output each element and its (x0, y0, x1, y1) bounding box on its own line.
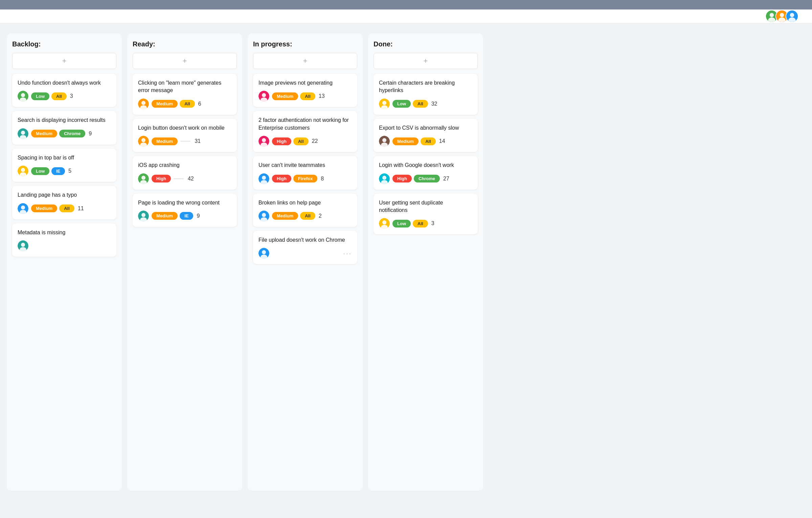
card-meta: MediumAll14 (379, 136, 472, 147)
priority-tag: Medium (272, 92, 298, 100)
card[interactable]: Login button doesn't work on mobileMediu… (133, 119, 237, 152)
card-count: 31 (195, 138, 201, 144)
card-avatar (18, 91, 28, 102)
card[interactable]: User getting sent duplicate notification… (374, 194, 478, 235)
card-meta (18, 240, 111, 251)
add-card-button-done[interactable]: + (374, 53, 478, 69)
card-count: 2 (319, 213, 322, 219)
card-avatar (379, 99, 390, 109)
platform-tag: All (300, 212, 315, 220)
card[interactable]: Landing page has a typoMediumAll11 (12, 186, 116, 219)
card-count: 11 (78, 206, 84, 212)
card-avatar (138, 173, 149, 184)
card[interactable]: User can't invite teammatesHighFirefox8 (253, 156, 357, 189)
card[interactable]: Certain characters are breaking hyperlin… (374, 74, 478, 115)
card-tags: MediumAll6 (152, 100, 231, 108)
card-meta: MediumAll11 (18, 203, 111, 214)
card-avatar (18, 240, 28, 251)
card-meta: ··· (258, 248, 352, 259)
add-card-button-inprogress[interactable]: + (253, 53, 357, 69)
column-inprogress: In progress:+Image previews not generati… (248, 34, 363, 491)
priority-tag: High (272, 137, 291, 145)
header-avatars (765, 10, 798, 23)
card[interactable]: Clicking on "learn more" generates error… (133, 74, 237, 115)
card-meta: High42 (138, 173, 231, 184)
svg-point-25 (141, 101, 145, 105)
card-count: 3 (70, 93, 73, 99)
svg-point-8 (788, 18, 795, 23)
svg-point-4 (780, 13, 784, 17)
add-card-button-backlog[interactable]: + (12, 53, 116, 69)
column-backlog: Backlog:+Undo function doesn't always wo… (7, 34, 122, 491)
card-avatar (18, 203, 28, 214)
priority-tag: Low (392, 220, 411, 228)
card[interactable]: Page is loading the wrong contentMediumI… (133, 194, 237, 227)
platform-tag: Chrome (59, 130, 85, 137)
card-title: 2 factor authentication not working for … (258, 116, 352, 132)
card-title: Broken links on help page (258, 199, 352, 207)
card-tags: LowAll3 (31, 92, 111, 100)
card-avatar (258, 91, 269, 102)
card[interactable]: Undo function doesn't always workLowAll3 (12, 74, 116, 107)
platform-tag: Chrome (414, 175, 440, 182)
card-title: Certain characters are breaking hyperlin… (379, 79, 472, 94)
column-header-inprogress: In progress: (253, 40, 357, 48)
card-count: 27 (443, 176, 449, 182)
card-tags: MediumAll13 (272, 92, 352, 100)
card-meta: LowAll32 (379, 99, 472, 109)
card-tags: MediumIE9 (152, 212, 231, 220)
svg-point-46 (262, 213, 266, 217)
card[interactable]: Export to CSV is abnormally slowMediumAl… (374, 119, 478, 152)
priority-tag: Medium (152, 212, 178, 220)
platform-tag: All (413, 100, 428, 108)
column-header-backlog: Backlog: (12, 40, 116, 48)
card-title: Metadata is missing (18, 229, 111, 236)
card-title: Image previews not generating (258, 79, 352, 87)
card-avatar (258, 211, 269, 221)
column-header-ready: Ready: (133, 40, 237, 48)
card[interactable]: Login with Google doesn't workHighChrome… (374, 156, 478, 189)
svg-point-31 (141, 176, 145, 180)
card[interactable]: iOS app crashingHigh42 (133, 156, 237, 189)
card[interactable]: Search is displaying incorrect resultsMe… (12, 111, 116, 144)
priority-tag: High (272, 175, 291, 182)
card[interactable]: Spacing in top bar is offLowIE5 (12, 149, 116, 182)
card-title: Page is loading the wrong content (138, 199, 231, 207)
card-meta: Medium31 (138, 136, 231, 147)
app-header (0, 9, 812, 23)
svg-point-5 (778, 18, 785, 23)
svg-point-10 (21, 93, 25, 97)
card-title: Undo function doesn't always work (18, 79, 111, 87)
card[interactable]: Image previews not generatingMediumAll13 (253, 74, 357, 107)
card-meta: LowIE5 (18, 166, 111, 176)
platform-tag: Firefox (293, 175, 317, 182)
add-card-button-ready[interactable]: + (133, 53, 237, 69)
card-avatar (379, 136, 390, 147)
card-tags: LowAll32 (392, 100, 472, 108)
priority-tag: Medium (31, 204, 57, 212)
card-meta: MediumIE9 (138, 211, 231, 221)
card-tags: Medium31 (152, 137, 231, 145)
card[interactable]: Broken links on help pageMediumAll2 (253, 194, 357, 227)
card-title: Spacing in top bar is off (18, 154, 111, 161)
priority-tag: Low (31, 167, 49, 175)
priority-tag: Medium (272, 212, 298, 220)
svg-point-22 (21, 243, 25, 247)
card[interactable]: Metadata is missing (12, 223, 116, 257)
card-title: File upload doesn't work on Chrome (258, 236, 352, 244)
card-meta: MediumAll13 (258, 91, 352, 102)
card-dots: ··· (343, 250, 352, 257)
card-title: Login button doesn't work on mobile (138, 124, 231, 132)
card-count: 9 (197, 213, 200, 219)
top-bar (0, 0, 812, 9)
card-title: Export to CSV is abnormally slow (379, 124, 472, 132)
card-meta: HighAll22 (258, 136, 352, 147)
svg-point-1 (770, 13, 774, 17)
header-avatar[interactable] (786, 10, 798, 23)
card-tags: LowAll3 (392, 220, 472, 228)
platform-tag: All (51, 92, 67, 100)
card[interactable]: File upload doesn't work on Chrome··· (253, 231, 357, 264)
priority-tag: Low (392, 100, 411, 108)
card-tags: High42 (152, 175, 231, 182)
card[interactable]: 2 factor authentication not working for … (253, 111, 357, 152)
